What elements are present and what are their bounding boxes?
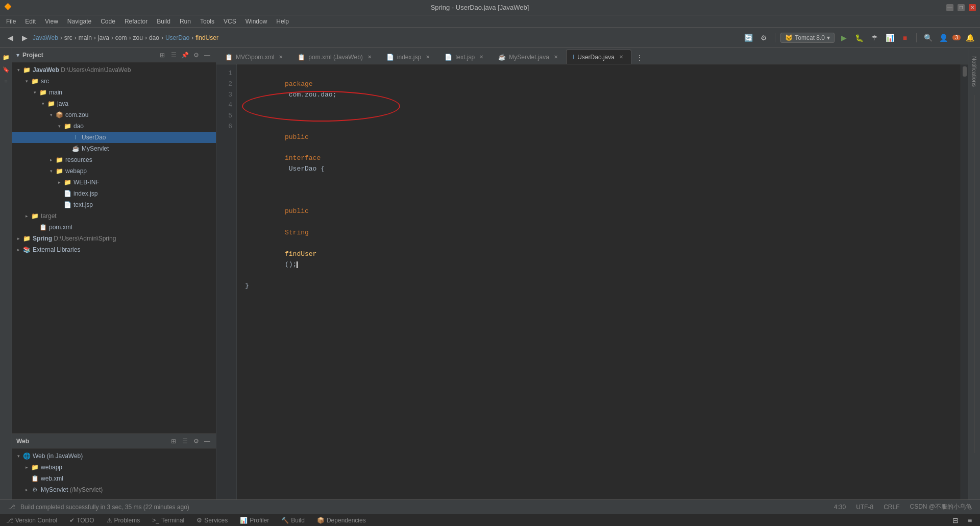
tab-close-text-jsp[interactable]: ✕ bbox=[478, 54, 485, 61]
layout-toggle-button2[interactable]: ≡ bbox=[964, 514, 976, 527]
tab-services[interactable]: ⚙ Services bbox=[190, 515, 234, 525]
tab-close-pom-javaweb[interactable]: ✕ bbox=[366, 54, 373, 61]
search-button[interactable]: 🔍 bbox=[922, 32, 934, 44]
tree-item-myservlet-web[interactable]: ▸ ⚙ MyServlet (/MyServlet) bbox=[12, 484, 216, 495]
tomcat-config-button[interactable]: 🐱 Tomcat 8.0 ▾ bbox=[780, 33, 835, 43]
tree-item-userdao[interactable]: I UserDao bbox=[12, 132, 216, 143]
breadcrumb-src[interactable]: src bbox=[64, 34, 72, 41]
structure-icon[interactable]: ≡ bbox=[1, 77, 11, 87]
coverage-button[interactable]: ☂ bbox=[868, 32, 880, 44]
tree-item-spring[interactable]: ▸ 📁 Spring D:\Users\Admin\Spring bbox=[12, 233, 216, 244]
panel-settings-button[interactable]: ⚙ bbox=[191, 51, 201, 60]
notifications-button[interactable]: 🔔 bbox=[964, 32, 976, 44]
panel-close-button[interactable]: — bbox=[203, 51, 212, 60]
tab-problems[interactable]: ⚠ Problems bbox=[101, 515, 146, 525]
stop-button[interactable]: ■ bbox=[899, 32, 911, 44]
tree-item-web-javaweb[interactable]: ▾ 🌐 Web (in JavaWeb) bbox=[12, 450, 216, 462]
breadcrumb-finduser[interactable]: findUser bbox=[195, 34, 218, 41]
web-panel-collapse[interactable]: ☰ bbox=[180, 437, 189, 446]
tab-userdao[interactable]: I UserDao.java ✕ bbox=[566, 50, 631, 64]
maximize-button[interactable]: □ bbox=[958, 4, 965, 11]
tree-item-src[interactable]: ▾ 📁 src bbox=[12, 76, 216, 87]
menu-code[interactable]: Code bbox=[96, 17, 119, 26]
tab-myservlet[interactable]: ☕ MyServlet.java ✕ bbox=[492, 50, 566, 64]
sync-button[interactable]: 🔄 bbox=[742, 32, 754, 44]
breadcrumb-userdao[interactable]: UserDao bbox=[165, 34, 189, 41]
menu-vcs[interactable]: VCS bbox=[219, 17, 240, 26]
left-sidebar-icon[interactable]: 📁 bbox=[1, 52, 11, 62]
menu-tools[interactable]: Tools bbox=[196, 17, 218, 26]
tab-close-index-jsp[interactable]: ✕ bbox=[424, 54, 431, 61]
debug-button[interactable]: 🐛 bbox=[853, 32, 865, 44]
breadcrumb-dao[interactable]: dao bbox=[149, 34, 159, 41]
tab-profiler[interactable]: 📊 Profiler bbox=[234, 515, 275, 525]
tree-item-dao[interactable]: ▾ 📁 dao bbox=[12, 121, 216, 132]
window-controls[interactable]: — □ ✕ bbox=[946, 4, 976, 11]
breadcrumb-com[interactable]: com bbox=[115, 34, 127, 41]
breadcrumb-project[interactable]: JavaWeb bbox=[33, 34, 58, 41]
version-control-status[interactable]: ⎇ bbox=[4, 503, 19, 512]
forward-button[interactable]: ▶ bbox=[18, 32, 31, 44]
tree-item-text-jsp[interactable]: 📄 text.jsp bbox=[12, 199, 216, 210]
panel-expand-button[interactable]: ⊞ bbox=[158, 51, 167, 60]
menu-edit[interactable]: Edit bbox=[21, 17, 40, 26]
tree-item-resources[interactable]: ▸ 📁 resources bbox=[12, 154, 216, 165]
cursor-position[interactable]: 4:30 bbox=[830, 501, 850, 512]
settings-button[interactable]: ⚙ bbox=[757, 32, 770, 44]
back-button[interactable]: ◀ bbox=[4, 32, 16, 44]
tab-close-userdao[interactable]: ✕ bbox=[618, 54, 625, 61]
encoding-status[interactable]: UTF-8 bbox=[852, 501, 877, 512]
menu-view[interactable]: View bbox=[41, 17, 62, 26]
more-tabs-button[interactable]: ⋮ bbox=[633, 52, 646, 64]
tree-item-webapp[interactable]: ▾ 📁 webapp bbox=[12, 165, 216, 177]
tree-item-pom[interactable]: 📋 pom.xml bbox=[12, 222, 216, 233]
tree-item-main[interactable]: ▾ 📁 main bbox=[12, 87, 216, 98]
layout-toggle-button[interactable]: ⊟ bbox=[949, 514, 962, 527]
menu-build[interactable]: Build bbox=[153, 17, 175, 26]
tree-item-webxml[interactable]: 📋 web.xml bbox=[12, 473, 216, 484]
menu-window[interactable]: Window bbox=[241, 17, 272, 26]
tree-item-java[interactable]: ▾ 📁 java bbox=[12, 98, 216, 109]
tab-build[interactable]: 🔨 Build bbox=[275, 515, 311, 525]
tab-close-mvc-pom[interactable]: ✕ bbox=[277, 54, 284, 61]
tree-item-webinf[interactable]: ▸ 📁 WEB-INF bbox=[12, 177, 216, 188]
tab-todo[interactable]: ✔ TODO bbox=[63, 515, 100, 525]
breadcrumb-zou[interactable]: zou bbox=[133, 34, 143, 41]
code-editor[interactable]: package com.zou.dao; public interface Us… bbox=[237, 64, 961, 499]
tab-dependencies[interactable]: 📦 Dependencies bbox=[311, 515, 372, 525]
menu-refactor[interactable]: Refactor bbox=[120, 17, 152, 26]
tab-close-myservlet[interactable]: ✕ bbox=[552, 54, 559, 61]
tree-item-target[interactable]: ▸ 📁 target bbox=[12, 210, 216, 222]
bookmarks-icon[interactable]: 🔖 bbox=[1, 64, 11, 75]
tab-mvc-pom[interactable]: 📋 MVC\pom.xml ✕ bbox=[218, 50, 291, 64]
tree-item-javaweb[interactable]: ▾ 📁 JavaWeb D:\Users\Admin\JavaWeb bbox=[12, 64, 216, 76]
tab-version-control[interactable]: ⎇ Version Control bbox=[0, 515, 63, 525]
tab-text-jsp[interactable]: 📄 text.jsp ✕ bbox=[438, 50, 492, 64]
web-panel-settings[interactable]: ⚙ bbox=[191, 437, 201, 446]
breadcrumb-main[interactable]: main bbox=[79, 34, 92, 41]
user-button[interactable]: 👤 bbox=[937, 32, 949, 44]
panel-collapse-button[interactable]: ☰ bbox=[169, 51, 178, 60]
tree-item-myservlet[interactable]: ☕ MyServlet bbox=[12, 143, 216, 154]
menu-run[interactable]: Run bbox=[176, 17, 195, 26]
scrollbar-thumb[interactable] bbox=[963, 66, 967, 77]
minimize-button[interactable]: — bbox=[946, 4, 953, 11]
tab-pom-javaweb[interactable]: 📋 pom.xml (JavaWeb) ✕ bbox=[291, 50, 379, 64]
editor-scrollbar[interactable] bbox=[961, 64, 968, 499]
web-panel-expand[interactable]: ⊞ bbox=[169, 437, 178, 446]
line-ending-status[interactable]: CRLF bbox=[879, 501, 903, 512]
tree-item-index-jsp[interactable]: 📄 index.jsp bbox=[12, 188, 216, 199]
close-button[interactable]: ✕ bbox=[969, 4, 976, 11]
tree-item-ext-lib[interactable]: ▸ 📚 External Libraries bbox=[12, 244, 216, 255]
tree-item-webapp2[interactable]: ▸ 📁 webapp bbox=[12, 462, 216, 473]
menu-file[interactable]: File bbox=[2, 17, 20, 26]
tab-terminal[interactable]: >_ Terminal bbox=[146, 515, 190, 525]
breadcrumb-java[interactable]: java bbox=[98, 34, 109, 41]
tab-index-jsp[interactable]: 📄 index.jsp ✕ bbox=[380, 50, 438, 64]
profile-button[interactable]: 📊 bbox=[884, 32, 896, 44]
panel-pin-button[interactable]: 📌 bbox=[180, 51, 189, 60]
tree-item-com-zou[interactable]: ▾ 📦 com.zou bbox=[12, 109, 216, 121]
menu-navigate[interactable]: Navigate bbox=[63, 17, 95, 26]
menu-help[interactable]: Help bbox=[272, 17, 293, 26]
run-button[interactable]: ▶ bbox=[838, 32, 850, 44]
